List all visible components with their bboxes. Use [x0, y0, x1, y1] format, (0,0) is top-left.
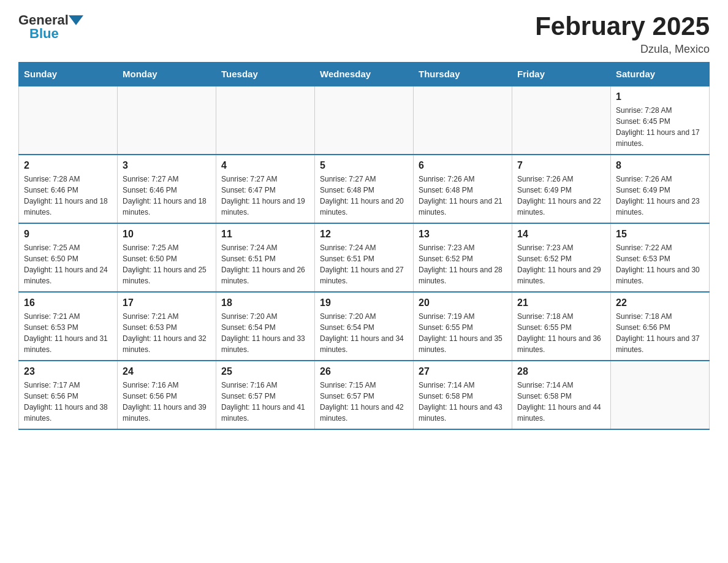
day-info: Sunrise: 7:21 AMSunset: 6:53 PMDaylight:…: [123, 311, 211, 355]
day-number: 2: [24, 160, 112, 171]
day-info: Sunrise: 7:14 AMSunset: 6:58 PMDaylight:…: [517, 380, 605, 424]
calendar-cell: 1Sunrise: 7:28 AMSunset: 6:45 PMDaylight…: [611, 86, 710, 155]
day-info: Sunrise: 7:22 AMSunset: 6:53 PMDaylight:…: [616, 242, 704, 286]
calendar-cell: [315, 86, 414, 155]
day-info: Sunrise: 7:18 AMSunset: 6:56 PMDaylight:…: [616, 311, 704, 355]
day-info: Sunrise: 7:26 AMSunset: 6:49 PMDaylight:…: [517, 174, 605, 218]
calendar-cell: 10Sunrise: 7:25 AMSunset: 6:50 PMDayligh…: [118, 223, 216, 292]
logo-triangle-icon: [69, 15, 83, 25]
day-info: Sunrise: 7:15 AMSunset: 6:57 PMDaylight:…: [320, 380, 408, 424]
day-number: 26: [320, 366, 408, 377]
calendar-cell: [118, 86, 216, 155]
calendar-cell: 22Sunrise: 7:18 AMSunset: 6:56 PMDayligh…: [611, 292, 710, 361]
weekday-header-tuesday: Tuesday: [216, 63, 315, 86]
day-info: Sunrise: 7:27 AMSunset: 6:46 PMDaylight:…: [123, 174, 211, 218]
day-number: 9: [24, 229, 112, 240]
calendar-cell: 7Sunrise: 7:26 AMSunset: 6:49 PMDaylight…: [512, 155, 611, 223]
calendar-cell: 8Sunrise: 7:26 AMSunset: 6:49 PMDaylight…: [611, 155, 710, 223]
day-number: 15: [616, 229, 704, 240]
calendar-cell: 27Sunrise: 7:14 AMSunset: 6:58 PMDayligh…: [414, 361, 512, 429]
calendar-week-row: 1Sunrise: 7:28 AMSunset: 6:45 PMDaylight…: [19, 86, 710, 155]
day-number: 16: [24, 297, 112, 308]
title-block: February 2025 Dzula, Mexico: [535, 12, 710, 56]
day-number: 7: [517, 160, 605, 171]
day-info: Sunrise: 7:14 AMSunset: 6:58 PMDaylight:…: [419, 380, 507, 424]
calendar-cell: 9Sunrise: 7:25 AMSunset: 6:50 PMDaylight…: [19, 223, 118, 292]
calendar-cell: 19Sunrise: 7:20 AMSunset: 6:54 PMDayligh…: [315, 292, 414, 361]
calendar-cell: 6Sunrise: 7:26 AMSunset: 6:48 PMDaylight…: [414, 155, 512, 223]
day-info: Sunrise: 7:24 AMSunset: 6:51 PMDaylight:…: [221, 242, 309, 286]
location-text: Dzula, Mexico: [535, 43, 710, 56]
logo-blue-text: Blue: [29, 26, 59, 42]
calendar-cell: [611, 361, 710, 429]
calendar-cell: 13Sunrise: 7:23 AMSunset: 6:52 PMDayligh…: [414, 223, 512, 292]
calendar-cell: 17Sunrise: 7:21 AMSunset: 6:53 PMDayligh…: [118, 292, 216, 361]
day-number: 4: [221, 160, 309, 171]
day-info: Sunrise: 7:23 AMSunset: 6:52 PMDaylight:…: [419, 242, 507, 286]
day-info: Sunrise: 7:24 AMSunset: 6:51 PMDaylight:…: [320, 242, 408, 286]
weekday-header-friday: Friday: [512, 63, 611, 86]
day-number: 19: [320, 297, 408, 308]
weekday-header-sunday: Sunday: [19, 63, 118, 86]
calendar-cell: [414, 86, 512, 155]
day-number: 18: [221, 297, 309, 308]
weekday-header-row: SundayMondayTuesdayWednesdayThursdayFrid…: [19, 63, 710, 86]
calendar-cell: 24Sunrise: 7:16 AMSunset: 6:56 PMDayligh…: [118, 361, 216, 429]
day-info: Sunrise: 7:19 AMSunset: 6:55 PMDaylight:…: [419, 311, 507, 355]
day-number: 20: [419, 297, 507, 308]
day-number: 14: [517, 229, 605, 240]
day-info: Sunrise: 7:17 AMSunset: 6:56 PMDaylight:…: [24, 380, 112, 424]
calendar-week-row: 16Sunrise: 7:21 AMSunset: 6:53 PMDayligh…: [19, 292, 710, 361]
day-info: Sunrise: 7:20 AMSunset: 6:54 PMDaylight:…: [221, 311, 309, 355]
day-info: Sunrise: 7:16 AMSunset: 6:57 PMDaylight:…: [221, 380, 309, 424]
calendar-cell: 5Sunrise: 7:27 AMSunset: 6:48 PMDaylight…: [315, 155, 414, 223]
weekday-header-thursday: Thursday: [414, 63, 512, 86]
calendar-cell: 16Sunrise: 7:21 AMSunset: 6:53 PMDayligh…: [19, 292, 118, 361]
day-number: 11: [221, 229, 309, 240]
day-number: 13: [419, 229, 507, 240]
calendar-week-row: 9Sunrise: 7:25 AMSunset: 6:50 PMDaylight…: [19, 223, 710, 292]
calendar-week-row: 2Sunrise: 7:28 AMSunset: 6:46 PMDaylight…: [19, 155, 710, 223]
day-info: Sunrise: 7:18 AMSunset: 6:55 PMDaylight:…: [517, 311, 605, 355]
calendar-cell: 11Sunrise: 7:24 AMSunset: 6:51 PMDayligh…: [216, 223, 315, 292]
day-info: Sunrise: 7:25 AMSunset: 6:50 PMDaylight:…: [123, 242, 211, 286]
calendar-cell: 4Sunrise: 7:27 AMSunset: 6:47 PMDaylight…: [216, 155, 315, 223]
calendar-cell: 21Sunrise: 7:18 AMSunset: 6:55 PMDayligh…: [512, 292, 611, 361]
calendar-cell: 28Sunrise: 7:14 AMSunset: 6:58 PMDayligh…: [512, 361, 611, 429]
page-header: General Blue February 2025 Dzula, Mexico: [18, 12, 710, 56]
day-info: Sunrise: 7:23 AMSunset: 6:52 PMDaylight:…: [517, 242, 605, 286]
calendar-cell: 12Sunrise: 7:24 AMSunset: 6:51 PMDayligh…: [315, 223, 414, 292]
calendar-cell: 14Sunrise: 7:23 AMSunset: 6:52 PMDayligh…: [512, 223, 611, 292]
day-info: Sunrise: 7:27 AMSunset: 6:48 PMDaylight:…: [320, 174, 408, 218]
calendar-table: SundayMondayTuesdayWednesdayThursdayFrid…: [18, 62, 710, 430]
month-title: February 2025: [535, 12, 710, 40]
weekday-header-saturday: Saturday: [611, 63, 710, 86]
calendar-cell: 26Sunrise: 7:15 AMSunset: 6:57 PMDayligh…: [315, 361, 414, 429]
day-number: 22: [616, 297, 704, 308]
day-info: Sunrise: 7:28 AMSunset: 6:46 PMDaylight:…: [24, 174, 112, 218]
logo: General Blue: [18, 12, 83, 42]
day-number: 1: [616, 91, 704, 102]
day-number: 12: [320, 229, 408, 240]
day-number: 3: [123, 160, 211, 171]
day-number: 27: [419, 366, 507, 377]
day-info: Sunrise: 7:26 AMSunset: 6:48 PMDaylight:…: [419, 174, 507, 218]
day-number: 6: [419, 160, 507, 171]
day-number: 25: [221, 366, 309, 377]
calendar-cell: 2Sunrise: 7:28 AMSunset: 6:46 PMDaylight…: [19, 155, 118, 223]
day-info: Sunrise: 7:21 AMSunset: 6:53 PMDaylight:…: [24, 311, 112, 355]
day-info: Sunrise: 7:25 AMSunset: 6:50 PMDaylight:…: [24, 242, 112, 286]
calendar-cell: 25Sunrise: 7:16 AMSunset: 6:57 PMDayligh…: [216, 361, 315, 429]
calendar-cell: 20Sunrise: 7:19 AMSunset: 6:55 PMDayligh…: [414, 292, 512, 361]
calendar-cell: 18Sunrise: 7:20 AMSunset: 6:54 PMDayligh…: [216, 292, 315, 361]
day-info: Sunrise: 7:20 AMSunset: 6:54 PMDaylight:…: [320, 311, 408, 355]
calendar-cell: [216, 86, 315, 155]
day-info: Sunrise: 7:27 AMSunset: 6:47 PMDaylight:…: [221, 174, 309, 218]
day-info: Sunrise: 7:28 AMSunset: 6:45 PMDaylight:…: [616, 105, 704, 149]
day-number: 10: [123, 229, 211, 240]
calendar-cell: [512, 86, 611, 155]
calendar-cell: 23Sunrise: 7:17 AMSunset: 6:56 PMDayligh…: [19, 361, 118, 429]
day-number: 5: [320, 160, 408, 171]
weekday-header-monday: Monday: [118, 63, 216, 86]
day-number: 17: [123, 297, 211, 308]
